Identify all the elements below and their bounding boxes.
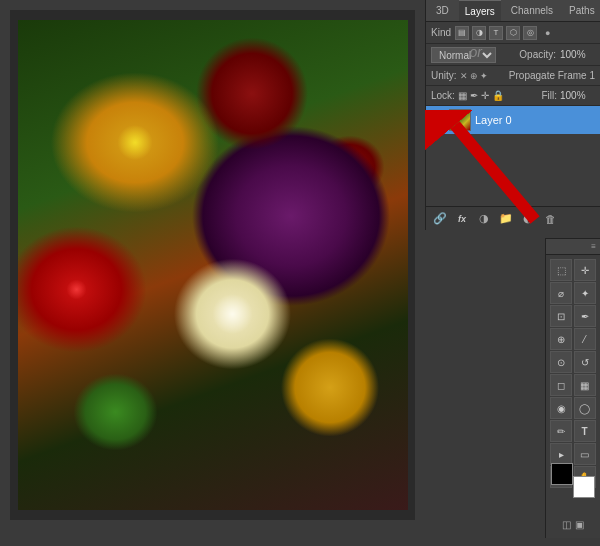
or-annotation-text: or	[470, 44, 482, 60]
foreground-color-swatch[interactable]	[551, 463, 573, 485]
layers-bottom-bar: 🔗 fx ◑ 📁 ◐ 🗑	[426, 206, 600, 230]
filter-row: Kind ▤ ◑ T ⬡ ◎ ●	[426, 22, 600, 44]
history-brush-tool[interactable]: ↺	[574, 351, 596, 373]
filter-smart-icon[interactable]: ◎	[523, 26, 537, 40]
canvas-image[interactable]	[18, 20, 408, 510]
blur-tool[interactable]: ◉	[550, 397, 572, 419]
fx-icon[interactable]: fx	[453, 210, 471, 228]
lock-label: Lock:	[431, 90, 455, 101]
screen-mode-icon[interactable]: ▣	[575, 519, 584, 530]
lasso-tool[interactable]: ⌀	[550, 282, 572, 304]
tool-grid: ⬚ ✛ ⌀ ✦ ⊡ ✒ ⊕ ∕ ⊙ ↺ ◻ ▦ ◉ ◯ ✏ T ▸ ▭ 🔍 ✋	[546, 255, 600, 492]
filter-label: Kind	[431, 27, 451, 38]
quick-select-tool[interactable]: ✦	[574, 282, 596, 304]
fill-label: Fill:	[541, 90, 557, 101]
layer-item-0[interactable]: 👁 Layer 0	[426, 106, 600, 134]
toolbox-panel: ≡ ⬚ ✛ ⌀ ✦ ⊡ ✒ ⊕ ∕ ⊙ ↺ ◻ ▦ ◉ ◯ ✏ T ▸ ▭ 🔍 …	[545, 238, 600, 538]
blend-opacity-row: Normal Opacity: 100%	[426, 44, 600, 66]
layer-thumbnail	[449, 109, 471, 131]
eyedropper-tool[interactable]: ✒	[574, 305, 596, 327]
filter-type-icon[interactable]: T	[489, 26, 503, 40]
unity-icon-2[interactable]: ⊕	[470, 71, 478, 81]
filter-icons: ▤ ◑ T ⬡ ◎	[455, 26, 537, 40]
color-swatches	[551, 463, 595, 498]
tab-paths[interactable]: Paths	[563, 0, 600, 21]
layers-panel: 3D Layers Channels Paths ≡ Kind ▤ ◑ T ⬡ …	[425, 0, 600, 230]
type-tool[interactable]: T	[574, 420, 596, 442]
clone-stamp-tool[interactable]: ⊙	[550, 351, 572, 373]
lock-position-icon[interactable]: ✛	[481, 90, 489, 101]
unity-icons: ✕ ⊕ ✦	[460, 71, 488, 81]
blend-mode-select[interactable]: Normal	[431, 47, 496, 63]
gradient-tool[interactable]: ▦	[574, 374, 596, 396]
healing-brush-tool[interactable]: ⊕	[550, 328, 572, 350]
fill-value[interactable]: 100%	[560, 90, 595, 101]
filter-shape-icon[interactable]: ⬡	[506, 26, 520, 40]
unity-row: Unity: ✕ ⊕ ✦ Propagate Frame 1	[426, 66, 600, 86]
layer-name[interactable]: Layer 0	[475, 114, 595, 126]
lock-all-icon[interactable]: 🔒	[492, 90, 504, 101]
folder-icon[interactable]: 📁	[497, 210, 515, 228]
crop-tool[interactable]: ⊡	[550, 305, 572, 327]
opacity-value[interactable]: 100%	[560, 49, 595, 60]
opacity-label: Opacity:	[519, 49, 556, 60]
lock-transparent-icon[interactable]: ▦	[458, 90, 467, 101]
marquee-tool[interactable]: ⬚	[550, 259, 572, 281]
tab-channels[interactable]: Channels	[505, 0, 559, 21]
propagate-label: Propagate Frame 1	[509, 70, 595, 81]
path-selection-tool[interactable]: ▸	[550, 443, 572, 465]
brush-tool[interactable]: ∕	[574, 328, 596, 350]
unity-icon-1[interactable]: ✕	[460, 71, 468, 81]
move-tool[interactable]: ✛	[574, 259, 596, 281]
mask-icon[interactable]: ◑	[475, 210, 493, 228]
eraser-tool[interactable]: ◻	[550, 374, 572, 396]
pen-tool[interactable]: ✏	[550, 420, 572, 442]
toolbox-collapse-icon[interactable]: ≡	[591, 242, 596, 251]
link-icon[interactable]: 🔗	[431, 210, 449, 228]
canvas-area	[10, 10, 415, 520]
toolbox-bottom-icons: ◫ ▣	[562, 519, 584, 530]
layer-visibility-icon[interactable]: 👁	[431, 113, 445, 127]
tab-3d[interactable]: 3D	[430, 0, 455, 21]
shape-tool[interactable]: ▭	[574, 443, 596, 465]
trash-icon[interactable]: 🗑	[541, 210, 559, 228]
dodge-tool[interactable]: ◯	[574, 397, 596, 419]
adjustment-icon[interactable]: ◐	[519, 210, 537, 228]
filter-pixel-icon[interactable]: ▤	[455, 26, 469, 40]
unity-icon-3[interactable]: ✦	[480, 71, 488, 81]
panel-tabs-row: 3D Layers Channels Paths ≡	[426, 0, 600, 22]
quick-mask-icon[interactable]: ◫	[562, 519, 571, 530]
filter-adjust-icon[interactable]: ◑	[472, 26, 486, 40]
lock-row: Lock: ▦ ✒ ✛ 🔒 Fill: 100%	[426, 86, 600, 106]
lock-image-icon[interactable]: ✒	[470, 90, 478, 101]
unity-label: Unity:	[431, 70, 457, 81]
lock-icons: ▦ ✒ ✛ 🔒	[458, 90, 504, 101]
toolbox-header: ≡	[546, 239, 600, 255]
tab-layers[interactable]: Layers	[459, 0, 501, 21]
background-color-swatch[interactable]	[573, 476, 595, 498]
filter-toggle-icon[interactable]: ●	[543, 28, 552, 38]
